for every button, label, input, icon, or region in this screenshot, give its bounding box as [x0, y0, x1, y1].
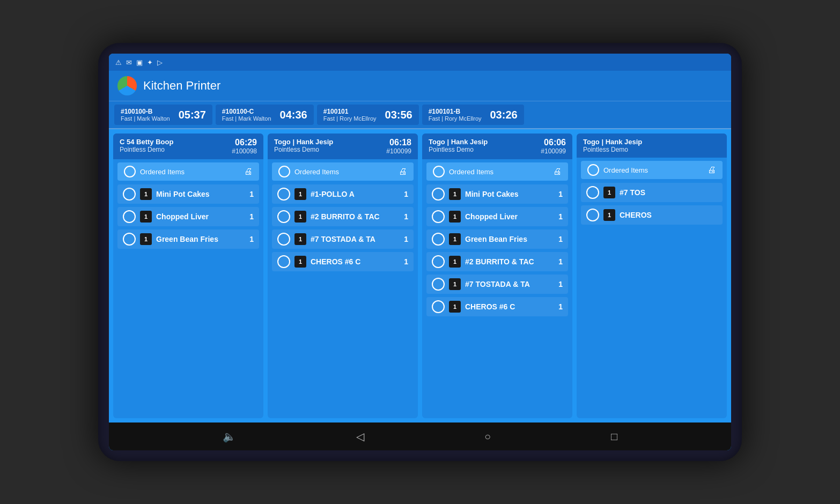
order-item-0-1[interactable]: 1 Chopped Liver 1 [117, 207, 259, 226]
tab-server-2: Fast | Rory McEllroy [323, 115, 377, 122]
item-badge-2-4: 1 [449, 278, 461, 290]
status-bar: ⚠ ✉ ▣ ✦ ▷ [109, 54, 731, 71]
printer-icon-1[interactable]: 🖨 [399, 167, 407, 176]
item-circle-1-1[interactable] [277, 210, 290, 223]
tab-timer-3: 03:26 [490, 109, 518, 121]
mail-icon: ✉ [126, 58, 132, 66]
item-circle-0-2[interactable] [123, 233, 136, 246]
order-item-2-1[interactable]: 1 Chopped Liver 1 [426, 207, 568, 226]
item-qty-2-2: 1 [558, 235, 563, 243]
item-circle-1-3[interactable] [277, 255, 290, 268]
card-time-2: 06:06 [541, 138, 566, 147]
home-button[interactable]: ○ [484, 431, 491, 443]
item-badge-1-0: 1 [294, 188, 306, 200]
tablet-screen: ⚠ ✉ ▣ ✦ ▷ Kitchen Printer #100100-B Fast… [109, 54, 731, 450]
item-circle-2-4[interactable] [432, 278, 445, 291]
tab-timer-1: 04:36 [280, 109, 307, 121]
item-badge-2-0: 1 [449, 188, 461, 200]
card-name-1: Togo | Hank Jesip [274, 138, 333, 146]
volume-button[interactable]: 🔈 [223, 430, 236, 443]
item-name-2-4: #7 TOSTADA & TA [465, 280, 554, 288]
item-badge-1-2: 1 [294, 233, 306, 245]
printer-icon-2[interactable]: 🖨 [553, 167, 562, 176]
tab-server-1: Fast | Mark Walton [222, 115, 271, 122]
check-circle-1[interactable] [278, 166, 290, 177]
recent-button[interactable]: □ [611, 431, 617, 443]
order-item-0-2[interactable]: 1 Green Bean Fries 1 [117, 229, 259, 249]
order-tab-3[interactable]: #100101-B Fast | Rory McEllroy 03:26 [422, 105, 524, 125]
item-name-0-0: Mini Pot Cakes [156, 190, 245, 198]
items-label-0: Ordered Items [140, 168, 185, 176]
item-circle-2-0[interactable] [432, 188, 445, 201]
order-tab-1[interactable]: #100100-C Fast | Mark Walton 04:36 [216, 105, 314, 125]
order-item-0-0[interactable]: 1 Mini Pot Cakes 1 [117, 184, 259, 204]
order-item-3-1[interactable]: 1 CHEROS [581, 205, 723, 225]
item-circle-0-0[interactable] [123, 188, 136, 201]
order-tab-2[interactable]: #100101 Fast | Rory McEllroy 03:56 [317, 105, 419, 125]
item-badge-2-5: 1 [449, 301, 461, 313]
app-title: Kitchen Printer [143, 79, 220, 93]
order-item-1-3[interactable]: 1 CHEROS #6 C 1 [272, 252, 414, 271]
items-header-0: Ordered Items 🖨 [117, 162, 259, 181]
item-name-2-0: Mini Pot Cakes [465, 190, 554, 198]
item-circle-2-2[interactable] [432, 233, 445, 246]
item-name-2-2: Green Bean Fries [465, 235, 554, 243]
item-qty-0-0: 1 [249, 190, 254, 198]
order-item-1-2[interactable]: 1 #7 TOSTADA & TA 1 [272, 229, 414, 249]
order-item-2-0[interactable]: 1 Mini Pot Cakes 1 [426, 184, 568, 204]
tab-timer-2: 03:56 [385, 109, 412, 121]
order-tab-0[interactable]: #100100-B Fast | Mark Walton 05:37 [114, 105, 212, 125]
item-circle-2-1[interactable] [432, 210, 445, 223]
card-demo-2: Pointless Demo [429, 146, 488, 153]
item-badge-0-1: 1 [140, 211, 152, 223]
order-item-1-1[interactable]: 1 #2 BURRITO & TAC 1 [272, 207, 414, 226]
item-circle-3-0[interactable] [586, 186, 599, 199]
back-button[interactable]: ◁ [356, 430, 364, 443]
order-item-3-0[interactable]: 1 #7 TOS [581, 183, 723, 202]
app-logo [117, 76, 137, 95]
items-header-2: Ordered Items 🖨 [426, 162, 568, 181]
tab-server-0: Fast | Mark Walton [121, 115, 170, 122]
order-item-2-5[interactable]: 1 CHEROS #6 C 1 [426, 297, 568, 316]
item-name-3-0: #7 TOS [620, 188, 713, 197]
order-item-2-3[interactable]: 1 #2 BURRITO & TAC 1 [426, 252, 568, 271]
order-item-2-4[interactable]: 1 #7 TOSTADA & TA 1 [426, 275, 568, 294]
pin-icon: ✦ [147, 58, 153, 66]
items-label-3: Ordered Items [603, 166, 648, 174]
order-item-1-0[interactable]: 1 #1-POLLO A 1 [272, 184, 414, 204]
items-header-1: Ordered Items 🖨 [272, 162, 414, 181]
item-circle-0-1[interactable] [123, 210, 136, 223]
item-circle-1-2[interactable] [277, 233, 290, 246]
item-badge-1-1: 1 [294, 211, 306, 223]
item-name-1-1: #2 BURRITO & TAC [311, 212, 400, 221]
check-circle-2[interactable] [433, 166, 445, 177]
item-circle-2-3[interactable] [432, 255, 445, 268]
printer-icon-0[interactable]: 🖨 [244, 167, 253, 176]
printer-icon-3[interactable]: 🖨 [708, 165, 716, 175]
order-card-2: Togo | Hank Jesip Pointless Demo 06:06 #… [422, 134, 572, 418]
order-card-3: Togo | Hank Jesip Pointless Demo Ordered… [577, 134, 727, 418]
items-header-3: Ordered Items 🖨 [581, 161, 723, 179]
item-qty-1-2: 1 [404, 235, 408, 243]
item-circle-1-0[interactable] [277, 188, 290, 201]
card-name-3: Togo | Hank Jesip [583, 138, 642, 146]
item-circle-2-5[interactable] [432, 300, 445, 313]
item-name-0-1: Chopped Liver [156, 212, 245, 221]
tab-id-1: #100100-C [222, 108, 271, 115]
item-qty-2-3: 1 [558, 257, 563, 266]
item-circle-3-1[interactable] [586, 209, 599, 221]
item-qty-2-5: 1 [558, 302, 563, 311]
check-circle-3[interactable] [587, 164, 599, 176]
item-name-0-2: Green Bean Fries [156, 235, 245, 243]
card-demo-0: Pointless Demo [120, 146, 173, 153]
item-qty-1-1: 1 [404, 212, 408, 221]
card-name-0: C 54 Betty Boop [120, 138, 173, 146]
items-label-1: Ordered Items [294, 168, 339, 176]
order-card-1: Togo | Hank Jesip Pointless Demo 06:18 #… [268, 134, 418, 418]
item-badge-2-2: 1 [449, 233, 461, 245]
check-circle-0[interactable] [124, 166, 136, 177]
order-item-2-2[interactable]: 1 Green Bean Fries 1 [426, 229, 568, 249]
card-num-0: #100098 [232, 147, 257, 155]
item-name-2-3: #2 BURRITO & TAC [465, 257, 554, 266]
item-name-2-5: CHEROS #6 C [465, 302, 554, 311]
